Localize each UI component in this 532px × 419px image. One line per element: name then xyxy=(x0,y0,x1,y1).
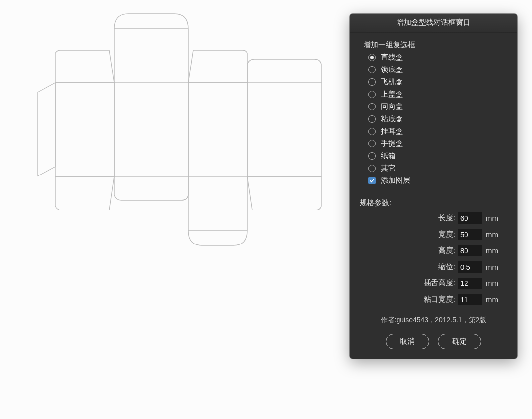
option-label: 手提盒 xyxy=(381,139,403,148)
param-unit: mm xyxy=(486,295,502,304)
option-label: 锁底盒 xyxy=(381,65,403,74)
svg-rect-3 xyxy=(247,83,321,176)
box-type-option[interactable]: 纸箱 xyxy=(368,151,507,161)
option-label: 同向盖 xyxy=(381,102,403,111)
option-label: 粘底盒 xyxy=(381,114,403,124)
radio-icon xyxy=(368,165,376,172)
param-row: 粘口宽度:mm xyxy=(364,294,502,305)
param-label: 缩位: xyxy=(438,262,455,272)
param-label: 长度: xyxy=(438,213,455,223)
param-row: 宽度:mm xyxy=(364,229,502,240)
checkmark-icon xyxy=(368,177,376,184)
radio-icon xyxy=(368,103,376,110)
radio-icon xyxy=(368,140,376,147)
param-input[interactable] xyxy=(458,278,482,289)
add-layer-checkbox[interactable]: 添加图层 xyxy=(368,176,507,185)
param-unit: mm xyxy=(486,246,502,255)
dialog-title: 增加盒型线对话框窗口 xyxy=(350,14,517,33)
option-label: 挂耳盒 xyxy=(381,127,403,136)
radio-icon xyxy=(368,128,376,135)
radio-icon xyxy=(368,152,376,160)
param-input[interactable] xyxy=(458,212,482,224)
box-type-option[interactable]: 锁底盒 xyxy=(368,65,507,74)
svg-rect-1 xyxy=(114,83,188,176)
box-type-option[interactable]: 粘底盒 xyxy=(368,114,507,124)
option-label: 其它 xyxy=(381,164,396,173)
svg-rect-2 xyxy=(188,83,247,176)
box-dieline-svg xyxy=(0,0,345,419)
author-footer: 作者:guise4543，2012.5.1，第2版 xyxy=(350,316,517,325)
radio-icon xyxy=(368,78,376,86)
radio-icon xyxy=(368,54,376,61)
add-box-dialog: 增加盒型线对话框窗口 增加一组复选框 直线盒锁底盒飞机盒上盖盒同向盖粘底盒挂耳盒… xyxy=(350,14,517,359)
param-row: 插舌高度:mm xyxy=(364,278,502,289)
param-unit: mm xyxy=(486,214,502,222)
radio-icon xyxy=(368,91,376,98)
param-input[interactable] xyxy=(458,261,482,273)
param-input[interactable] xyxy=(458,245,482,256)
box-type-option[interactable]: 直线盒 xyxy=(368,53,507,62)
param-label: 粘口宽度: xyxy=(424,295,455,304)
box-type-option[interactable]: 同向盖 xyxy=(368,102,507,111)
params-section: 规格参数: 长度:mm宽度:mm高度:mm缩位:mm插舌高度:mm粘口宽度:mm xyxy=(350,188,517,305)
box-type-option[interactable]: 挂耳盒 xyxy=(368,127,507,136)
param-input[interactable] xyxy=(458,229,482,240)
radio-icon xyxy=(368,115,376,123)
box-type-option[interactable]: 飞机盒 xyxy=(368,77,507,87)
cancel-button[interactable]: 取消 xyxy=(386,334,429,349)
param-unit: mm xyxy=(486,263,502,271)
option-label: 上盖盒 xyxy=(381,90,403,99)
group-label: 增加一组复选框 xyxy=(364,40,507,50)
param-label: 插舌高度: xyxy=(424,279,455,288)
box-type-option[interactable]: 上盖盒 xyxy=(368,90,507,99)
option-label: 飞机盒 xyxy=(381,77,403,87)
option-label: 纸箱 xyxy=(381,151,396,161)
canvas-area xyxy=(0,0,345,419)
param-row: 缩位:mm xyxy=(364,261,502,273)
params-label: 规格参数: xyxy=(360,198,502,208)
param-label: 宽度: xyxy=(438,230,455,239)
add-layer-label: 添加图层 xyxy=(381,176,410,185)
param-row: 长度:mm xyxy=(364,212,502,224)
dialog-buttons: 取消 确定 xyxy=(350,334,517,349)
param-row: 高度:mm xyxy=(364,245,502,256)
box-type-group: 增加一组复选框 直线盒锁底盒飞机盒上盖盒同向盖粘底盒挂耳盒手提盒纸箱其它 添加图… xyxy=(350,33,517,185)
param-unit: mm xyxy=(486,279,502,287)
radio-icon xyxy=(368,66,376,73)
svg-rect-0 xyxy=(55,83,114,176)
param-unit: mm xyxy=(486,230,502,239)
param-label: 高度: xyxy=(438,246,455,255)
box-type-option[interactable]: 手提盒 xyxy=(368,139,507,148)
param-input[interactable] xyxy=(458,294,482,305)
ok-button[interactable]: 确定 xyxy=(438,334,481,349)
box-type-option[interactable]: 其它 xyxy=(368,164,507,173)
option-label: 直线盒 xyxy=(381,53,403,62)
